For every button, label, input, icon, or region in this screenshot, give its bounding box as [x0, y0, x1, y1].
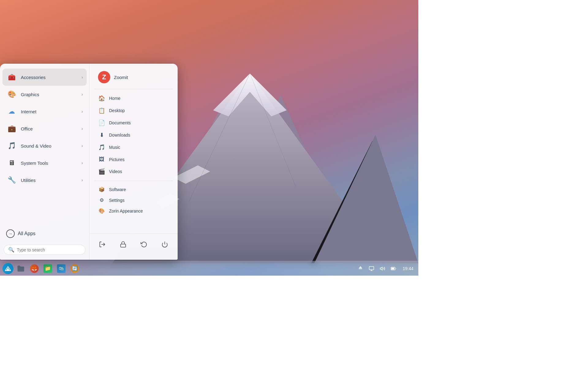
pictures-label: Pictures [109, 157, 125, 162]
categories-panel: 🧰 Accessories › 🎨 Graphics › ☁ Internet … [0, 64, 89, 260]
place-downloads[interactable]: ⬇ Downloads [92, 129, 175, 141]
svg-rect-16 [359, 268, 362, 269]
category-system-tools[interactable]: 🖥 System Tools › [2, 154, 87, 172]
home-label: Home [109, 96, 120, 101]
taskbar-software-button[interactable]: 🛍 [55, 262, 67, 275]
app-menu: 🧰 Accessories › 🎨 Graphics › ☁ Internet … [0, 64, 178, 260]
internet-arrow: › [81, 109, 83, 114]
left-panel-bottom: → All Apps 🔍 [2, 223, 87, 255]
all-apps-button[interactable]: → All Apps [2, 226, 87, 241]
taskbar: 🦊 📁 🛍 🔄 [0, 261, 418, 276]
music-label: Music [109, 145, 120, 150]
accessories-arrow: › [81, 75, 83, 80]
place-videos[interactable]: 🎬 Videos [92, 165, 175, 178]
taskbar-firefox-button[interactable]: 🦊 [28, 262, 40, 275]
utilities-icon: 🔧 [6, 175, 17, 186]
videos-icon: 🎬 [98, 168, 105, 175]
software-icon: 📦 [98, 187, 105, 192]
right-panel: Z Zoomit 🏠 Home 📋 Desktop 📄 Documents ⬇ … [89, 64, 178, 260]
category-accessories[interactable]: 🧰 Accessories › [2, 69, 87, 86]
svg-marker-15 [359, 266, 362, 268]
zorin-appearance-label: Zorin Appearance [109, 209, 143, 213]
videos-label: Videos [109, 169, 122, 174]
music-icon: 🎵 [98, 144, 105, 151]
recent-app-zoomit[interactable]: Z Zoomit [92, 69, 175, 86]
search-bar[interactable]: 🔍 [4, 245, 85, 255]
search-icon: 🔍 [8, 247, 14, 253]
system-tools-arrow: › [81, 160, 83, 165]
software-label: Software [109, 187, 126, 192]
office-arrow: › [81, 126, 83, 131]
restart-button[interactable] [137, 238, 151, 251]
utilities-label: Utilities [21, 178, 81, 183]
desktop-place-icon: 📋 [98, 107, 105, 114]
search-input[interactable] [17, 247, 81, 252]
desktop-place-label: Desktop [109, 108, 125, 113]
place-pictures[interactable]: 🖼 Pictures [92, 153, 175, 165]
zoomit-icon: Z [98, 71, 110, 83]
svg-rect-17 [369, 266, 374, 270]
category-office[interactable]: 💼 Office › [2, 120, 87, 137]
accessories-icon: 🧰 [6, 72, 17, 83]
pictures-icon: 🖼 [98, 156, 105, 163]
system-tools-label: System Tools [21, 160, 81, 166]
place-music[interactable]: 🎵 Music [92, 141, 175, 153]
system-zorin-appearance[interactable]: 🎨 Zorin Appearance [92, 205, 175, 216]
graphics-arrow: › [81, 92, 83, 97]
svg-rect-22 [391, 268, 394, 270]
zorin-menu-button[interactable] [2, 263, 13, 274]
taskbar-nemo-button[interactable]: 📁 [42, 262, 54, 275]
taskbar-tray: 19:44 [356, 264, 416, 273]
tray-display[interactable] [367, 264, 376, 273]
office-icon: 💼 [6, 123, 17, 134]
place-desktop[interactable]: 📋 Desktop [92, 104, 175, 117]
home-icon: 🏠 [98, 95, 105, 102]
utilities-arrow: › [81, 178, 83, 183]
category-utilities[interactable]: 🔧 Utilities › [2, 172, 87, 189]
system-settings[interactable]: ⚙ Settings [92, 195, 175, 205]
system-software[interactable]: 📦 Software [92, 184, 175, 195]
divider-2 [94, 181, 173, 181]
taskbar-app-buttons: 🦊 📁 🛍 🔄 [2, 262, 81, 275]
zoomit-label: Zoomit [114, 75, 128, 80]
divider-1 [94, 89, 173, 89]
lock-button[interactable] [116, 238, 130, 251]
settings-icon: ⚙ [98, 197, 105, 203]
all-apps-arrow-icon: → [6, 229, 15, 238]
internet-icon: ☁ [6, 106, 17, 117]
taskbar-update-button[interactable]: 🔄 [69, 262, 81, 275]
settings-label: Settings [109, 198, 125, 203]
shutdown-button[interactable] [158, 238, 172, 251]
office-label: Office [21, 126, 81, 131]
accessories-label: Accessories [21, 75, 81, 80]
tray-volume[interactable] [378, 264, 387, 273]
tray-battery[interactable] [389, 264, 398, 273]
clock: 19:44 [400, 266, 416, 271]
bottom-actions [89, 234, 178, 255]
place-documents[interactable]: 📄 Documents [92, 117, 175, 129]
documents-label: Documents [109, 120, 131, 125]
category-internet[interactable]: ☁ Internet › [2, 103, 87, 120]
all-apps-label: All Apps [18, 231, 36, 236]
downloads-icon: ⬇ [98, 132, 105, 138]
taskbar-files-button[interactable] [15, 262, 27, 275]
graphics-label: Graphics [21, 92, 81, 97]
place-home[interactable]: 🏠 Home [92, 92, 175, 104]
sound-video-icon: 🎵 [6, 140, 17, 151]
sound-video-label: Sound & Video [21, 143, 81, 149]
documents-icon: 📄 [98, 119, 105, 126]
logout-button[interactable] [96, 238, 109, 251]
system-tools-icon: 🖥 [6, 157, 17, 168]
category-sound-video[interactable]: 🎵 Sound & Video › [2, 137, 87, 154]
zorin-appearance-icon: 🎨 [98, 208, 105, 214]
internet-label: Internet [21, 109, 81, 114]
category-graphics[interactable]: 🎨 Graphics › [2, 86, 87, 103]
svg-marker-20 [380, 267, 382, 270]
sound-video-arrow: › [81, 143, 83, 148]
svg-rect-11 [121, 244, 126, 247]
graphics-icon: 🎨 [6, 89, 17, 100]
tray-eject[interactable] [356, 264, 365, 273]
downloads-label: Downloads [109, 133, 130, 138]
